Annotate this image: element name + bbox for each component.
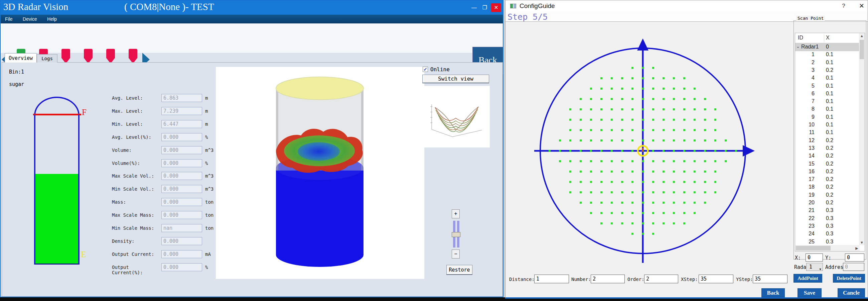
table-row-17[interactable]: 170.2 — [795, 175, 859, 183]
field-value-5[interactable]: 0.000 — [161, 159, 202, 167]
table-row-1[interactable]: 10.1 — [795, 51, 859, 58]
table-row-22[interactable]: 220.3 — [795, 215, 859, 222]
dialog-close-button[interactable]: ✕ — [857, 2, 866, 10]
field-value-7[interactable]: 0.000 — [161, 185, 202, 193]
cell-x: 0.2 — [826, 161, 833, 167]
field-unit-0: m — [205, 95, 208, 101]
table-row-19[interactable]: 190.2 — [795, 191, 859, 199]
scroll-right-icon[interactable]: ▶ — [854, 246, 860, 250]
table-row-25[interactable]: 250.3 — [795, 238, 859, 246]
table-vertical-scrollbar[interactable]: ▲ ▼ — [859, 33, 865, 245]
cell-id: 9 — [795, 114, 814, 120]
help-button[interactable]: ? — [840, 3, 848, 9]
delete-point-button[interactable]: DeletePoint — [833, 274, 865, 282]
address-input[interactable] — [843, 263, 864, 271]
field-value-10[interactable]: nan — [161, 224, 202, 232]
scan-point-table[interactable]: ID X ⌄Radar1010.120.130.240.150.160.170.… — [795, 33, 865, 251]
field-value-3[interactable]: 0.000 — [161, 133, 202, 141]
minimize-button[interactable]: — — [469, 3, 479, 12]
title-bar[interactable]: 3D Radar Vision ( COM8|None )- TEST — ❐ … — [1, 1, 503, 15]
table-row-9[interactable]: 90.1 — [795, 113, 859, 121]
menu-file[interactable]: File — [1, 15, 17, 23]
radar-select-dropdown[interactable]: 1 ▼ — [806, 263, 823, 271]
table-row-6[interactable]: 60.1 — [795, 90, 859, 98]
x-coordinate-input[interactable] — [806, 253, 823, 262]
bin-icon-6[interactable] — [129, 49, 137, 63]
scroll-down-icon[interactable]: ▼ — [859, 241, 865, 245]
table-row-5[interactable]: 50.1 — [795, 82, 859, 90]
field-value-2[interactable]: 6.447 — [161, 120, 202, 128]
table-row-20[interactable]: 200.2 — [795, 199, 859, 207]
table-row-21[interactable]: 210.3 — [795, 207, 859, 214]
bin-icon-5[interactable] — [106, 49, 115, 63]
menu-help[interactable]: Help — [43, 15, 61, 23]
table-row-13[interactable]: 130.2 — [795, 144, 859, 152]
field-value-4[interactable]: 0.000 — [161, 146, 202, 154]
distance-input[interactable] — [534, 275, 569, 283]
ystep-input[interactable] — [753, 275, 787, 283]
field-value-8[interactable]: 0.000 — [161, 198, 202, 206]
maximize-button[interactable]: ❐ — [480, 3, 490, 12]
cell-id: 7 — [795, 98, 814, 104]
table-row-7[interactable]: 70.1 — [795, 98, 859, 105]
table-row-16[interactable]: 160.2 — [795, 168, 859, 175]
save-button[interactable]: Save — [798, 288, 822, 297]
field-value-1[interactable]: 7.239 — [161, 107, 202, 115]
zoom-in-button[interactable]: + — [452, 209, 460, 218]
table-row-18[interactable]: 180.2 — [795, 183, 859, 191]
online-checkbox[interactable]: ✓ — [423, 66, 428, 72]
bin-3d-view[interactable] — [216, 67, 424, 279]
field-value-6[interactable]: 0.000 — [161, 172, 202, 180]
column-header-id[interactable]: ID — [798, 35, 803, 41]
menu-device[interactable]: Device — [19, 15, 41, 23]
tab-logs[interactable]: Logs — [37, 54, 58, 62]
tab-overview[interactable]: Overview — [5, 53, 37, 62]
cell-x: 0.1 — [826, 83, 833, 89]
close-button[interactable]: ✕ — [491, 3, 501, 12]
scrollbar-thumb-horizontal[interactable] — [796, 246, 831, 250]
bin-icon-3[interactable] — [61, 49, 70, 63]
table-row-radar[interactable]: ⌄Radar10 — [795, 43, 859, 51]
switch-view-button[interactable]: Switch view — [422, 75, 489, 83]
bin-icon-4[interactable] — [84, 49, 93, 63]
order-input[interactable] — [644, 275, 678, 283]
restore-button[interactable]: Restore — [446, 265, 472, 275]
field-value-9[interactable]: 0.000 — [161, 211, 202, 219]
zoom-out-button[interactable]: − — [452, 249, 460, 258]
cylinder-render — [216, 67, 424, 279]
number-label: Number: — [571, 277, 591, 282]
table-header[interactable]: ID X — [795, 33, 865, 43]
field-label-7: Min Scale Vol.: — [112, 186, 161, 192]
table-row-8[interactable]: 80.1 — [795, 105, 859, 113]
table-horizontal-scrollbar[interactable]: ▶ — [795, 245, 860, 251]
table-row-10[interactable]: 100.1 — [795, 121, 859, 129]
field-value-0[interactable]: 6.863 — [161, 94, 202, 102]
table-row-2[interactable]: 20.1 — [795, 59, 859, 66]
xstep-input[interactable] — [699, 275, 733, 283]
table-row-14[interactable]: 140.2 — [795, 152, 859, 160]
zoom-slider-handle[interactable] — [452, 232, 460, 237]
add-point-button[interactable]: AddPoint — [794, 274, 822, 282]
table-row-24[interactable]: 240.3 — [795, 230, 859, 238]
scroll-up-icon[interactable]: ▲ — [859, 34, 865, 38]
y-coordinate-input[interactable] — [845, 253, 864, 262]
cell-x: 0.3 — [826, 239, 833, 245]
wizard-back-button[interactable]: Back — [762, 288, 785, 297]
field-value-13[interactable]: 0.000 — [161, 263, 202, 271]
field-unit-3: % — [205, 134, 208, 140]
table-row-3[interactable]: 30.2 — [795, 66, 859, 74]
dialog-title-bar[interactable]: ConfigGuide ? ✕ — [505, 0, 868, 12]
field-value-12[interactable]: 0.000 — [161, 250, 202, 258]
number-input[interactable] — [591, 275, 625, 283]
cancel-button[interactable]: Cancle — [838, 288, 865, 297]
column-header-x[interactable]: X — [826, 35, 830, 41]
table-row-15[interactable]: 150.2 — [795, 160, 859, 168]
table-row-12[interactable]: 120.2 — [795, 137, 859, 144]
scrollbar-thumb[interactable] — [860, 40, 864, 59]
table-row-4[interactable]: 40.1 — [795, 74, 859, 82]
surface-thumbnail-box[interactable] — [422, 86, 490, 147]
cell-x: 0.2 — [826, 200, 833, 206]
field-value-11[interactable]: 0.000 — [161, 237, 202, 245]
table-row-11[interactable]: 110.1 — [795, 129, 859, 136]
table-row-23[interactable]: 230.3 — [795, 222, 859, 230]
